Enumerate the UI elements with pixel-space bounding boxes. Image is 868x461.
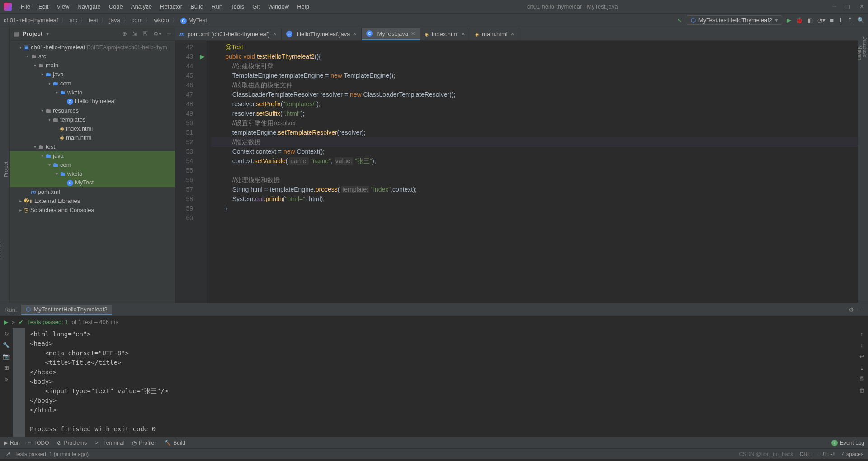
settings-icon[interactable]: ⚙▾ <box>153 30 162 37</box>
event-log-tab[interactable]: 2Event Log <box>831 440 864 446</box>
maven-tool-tab[interactable]: Maven <box>857 45 863 303</box>
tree-item[interactable]: ▾🖿resources <box>10 106 175 115</box>
bottom-tab-profiler[interactable]: ◔Profiler <box>132 440 156 446</box>
tree-item[interactable]: CHelloThymeleaf <box>10 97 175 106</box>
menu-file[interactable]: File <box>17 1 34 12</box>
tree-item[interactable]: ▾🖿com <box>10 79 175 88</box>
editor-tab[interactable]: CMyTest.java✕ <box>362 28 420 40</box>
git-branch-icon[interactable]: ⎇ <box>5 451 11 457</box>
code-area[interactable]: 42434445464748495051525354555657585960 ▶… <box>175 41 868 303</box>
menu-code[interactable]: Code <box>105 1 127 12</box>
git-push-icon[interactable]: ⤒ <box>848 17 853 24</box>
breadcrumb-item[interactable]: test <box>89 17 98 24</box>
bottom-tab-problems[interactable]: ⊘Problems <box>57 440 87 446</box>
build-icon[interactable]: ↖ <box>677 17 682 24</box>
profile-icon[interactable]: ◔▾ <box>817 17 826 24</box>
menu-navigate[interactable]: Navigate <box>74 1 104 12</box>
rerun-icon[interactable]: ▶ <box>4 319 8 325</box>
breadcrumb-item[interactable]: java <box>109 17 120 24</box>
run-hide-icon[interactable]: ─ <box>859 306 863 313</box>
breadcrumb-item[interactable]: com <box>132 17 143 24</box>
layout-icon[interactable]: ⊞ <box>4 364 9 371</box>
project-tree[interactable]: ▾▣ch01-hello-thymeleaf D:\IDEA\projects\… <box>10 41 175 303</box>
tree-item[interactable]: ▾🖿src <box>10 52 175 61</box>
status-indent[interactable]: 4 spaces <box>842 451 863 457</box>
editor-tab[interactable]: ◈index.html✕ <box>420 28 470 40</box>
tree-item[interactable]: ▾🖿templates <box>10 115 175 124</box>
tree-item[interactable]: ◈index.html <box>10 124 175 133</box>
code-text[interactable]: @Test public void testHelloThymeleaf2(){… <box>207 41 868 303</box>
git-pull-icon[interactable]: ⤓ <box>838 17 843 24</box>
tree-item[interactable]: ▾🖿com <box>10 160 175 169</box>
wrench-icon[interactable]: 🔧 <box>3 342 10 348</box>
tree-item[interactable]: ▾▣ch01-hello-thymeleaf D:\IDEA\projects\… <box>10 42 175 52</box>
soft-wrap-icon[interactable]: ↩ <box>859 353 864 360</box>
menu-run[interactable]: Run <box>208 1 226 12</box>
status-crlf[interactable]: CRLF <box>800 451 814 457</box>
menu-view[interactable]: View <box>53 1 73 12</box>
camera-icon[interactable]: 📷 <box>3 353 10 360</box>
coverage-icon[interactable]: ◧ <box>807 17 813 24</box>
run-config-selector[interactable]: ⬡ MyTest.testHelloThymeleaf2 ▾ <box>687 15 782 25</box>
collapse-icon[interactable]: ⇱ <box>143 30 148 37</box>
menu-edit[interactable]: Edit <box>35 1 52 12</box>
console-output[interactable]: <html lang="en"> <head> <meta charset="U… <box>25 328 855 437</box>
hide-icon[interactable]: ─ <box>167 30 171 37</box>
structure-tool-tab[interactable]: Structure <box>0 199 2 303</box>
debug-icon[interactable]: 🐞 <box>796 17 803 24</box>
menu-tools[interactable]: Tools <box>227 1 248 12</box>
locate-icon[interactable]: ⊕ <box>122 30 127 37</box>
database-tool-tab[interactable]: Database <box>863 36 868 303</box>
search-icon[interactable]: 🔍 <box>857 17 864 24</box>
tree-item[interactable]: ▾🖿wkcto <box>10 169 175 178</box>
print-icon[interactable]: 🖶 <box>859 376 865 382</box>
right-tool-strip: Database Maven <box>858 27 868 303</box>
menu-analyze[interactable]: Analyze <box>127 1 156 12</box>
down-icon[interactable]: ↓ <box>860 342 863 348</box>
run-tab[interactable]: ⬡ MyTest.testHelloThymeleaf2 <box>21 305 112 315</box>
menu-refactor[interactable]: Refactor <box>156 1 186 12</box>
run-settings-icon[interactable]: ⚙ <box>849 306 854 313</box>
more-icon[interactable]: » <box>5 376 8 382</box>
window-controls: ─ ◻ ✕ <box>832 3 864 10</box>
menu-git[interactable]: Git <box>249 1 264 12</box>
tree-item[interactable]: ▾🖿wkcto <box>10 88 175 97</box>
status-encoding[interactable]: UTF-8 <box>820 451 835 457</box>
menu-window[interactable]: Window <box>264 1 292 12</box>
bottom-tab-run[interactable]: ▶Run <box>4 440 20 446</box>
menu-build[interactable]: Build <box>187 1 207 12</box>
close-icon[interactable]: ✕ <box>859 3 864 10</box>
editor-tab[interactable]: ◈main.html✕ <box>470 28 519 40</box>
step-icon[interactable]: » <box>12 319 15 325</box>
tree-item[interactable]: ▸◷Scratches and Consoles <box>10 205 175 214</box>
up-icon[interactable]: ↑ <box>860 330 863 337</box>
scroll-end-icon[interactable]: ⤓ <box>859 364 864 371</box>
refresh-icon[interactable]: ↻ <box>4 330 9 337</box>
expand-icon[interactable]: ⇲ <box>132 30 137 37</box>
title-bar: FileEditViewNavigateCodeAnalyzeRefactorB… <box>0 0 868 14</box>
bottom-tab-build[interactable]: 🔨Build <box>164 440 185 446</box>
editor-tab[interactable]: CHelloThymeleaf.java✕ <box>282 28 362 40</box>
tree-item[interactable]: ▸�⫾External Libraries <box>10 196 175 205</box>
breadcrumb-item[interactable]: CMyTest <box>180 17 207 24</box>
tree-item[interactable]: ▾🖿java <box>10 70 175 79</box>
minimize-icon[interactable]: ─ <box>832 3 836 10</box>
breadcrumb-item[interactable]: wkcto <box>154 17 169 24</box>
project-tool-tab[interactable]: Project <box>2 36 9 303</box>
tree-item[interactable]: ▾🖿main <box>10 61 175 70</box>
stop-icon[interactable]: ■ <box>830 17 834 24</box>
tree-item[interactable]: ▾🖿java <box>10 151 175 160</box>
breadcrumb-item[interactable]: ch01-hello-thymeleaf <box>4 17 58 24</box>
bottom-tab-terminal[interactable]: >_Terminal <box>95 440 124 446</box>
editor-tab[interactable]: mpom.xml (ch01-hello-thymeleaf)✕ <box>175 28 282 40</box>
bottom-tab-todo[interactable]: ≡TODO <box>28 440 49 446</box>
breadcrumb-item[interactable]: src <box>70 17 77 24</box>
clear-icon[interactable]: 🗑 <box>859 387 865 394</box>
maximize-icon[interactable]: ◻ <box>845 3 850 10</box>
menu-help[interactable]: Help <box>293 1 313 12</box>
tree-item[interactable]: mpom.xml <box>10 187 175 196</box>
tree-item[interactable]: ▾🖿test <box>10 142 175 151</box>
run-icon[interactable]: ▶ <box>787 17 791 24</box>
tree-item[interactable]: CMyTest <box>10 178 175 187</box>
tree-item[interactable]: ◈main.html <box>10 133 175 142</box>
